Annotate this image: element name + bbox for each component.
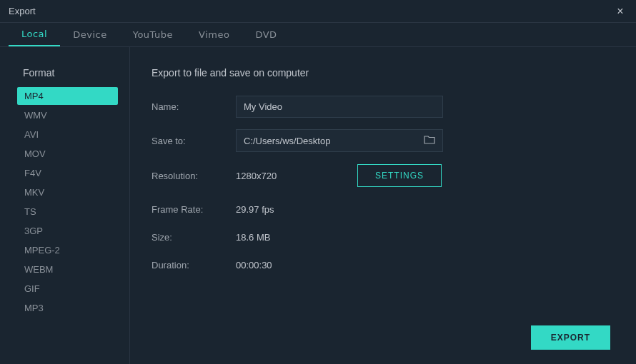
format-item-mp3[interactable]: MP3 xyxy=(17,299,118,317)
format-item-f4v[interactable]: F4V xyxy=(17,164,118,182)
window-title: Export xyxy=(9,6,36,16)
resolution-value: 1280x720 xyxy=(236,171,357,181)
settings-button[interactable]: SETTINGS xyxy=(357,164,442,187)
resolution-label: Resolution: xyxy=(151,171,236,181)
format-item-mkv[interactable]: MKV xyxy=(17,183,118,201)
tab-youtube[interactable]: YouTube xyxy=(120,23,186,46)
size-label: Size: xyxy=(151,232,236,243)
duration-value: 00:00:30 xyxy=(236,260,357,271)
size-value: 18.6 MB xyxy=(236,232,357,243)
row-duration: Duration: 00:00:30 xyxy=(151,260,615,271)
tabs: Local Device YouTube Vimeo DVD xyxy=(0,23,636,47)
format-item-gif[interactable]: GIF xyxy=(17,280,118,298)
saveto-label: Save to: xyxy=(151,136,236,146)
name-label: Name: xyxy=(151,101,236,112)
folder-icon[interactable] xyxy=(424,135,435,146)
content: Format MP4 WMV AVI MOV F4V MKV TS 3GP MP… xyxy=(0,47,636,364)
format-item-mp4[interactable]: MP4 xyxy=(17,87,118,105)
main-panel: Export to file and save on computer Name… xyxy=(130,47,636,364)
row-name: Name: xyxy=(151,96,615,117)
row-resolution: Resolution: 1280x720 SETTINGS xyxy=(151,164,615,187)
row-size: Size: 18.6 MB xyxy=(151,232,615,243)
saveto-path-field[interactable]: C:/Users/ws/Desktop xyxy=(236,129,443,152)
format-item-avi[interactable]: AVI xyxy=(17,126,118,143)
titlebar: Export × xyxy=(0,0,636,23)
format-heading: Format xyxy=(17,67,118,79)
tab-dvd[interactable]: DVD xyxy=(242,23,289,46)
tab-vimeo[interactable]: Vimeo xyxy=(186,23,242,46)
name-input[interactable] xyxy=(236,96,443,118)
format-item-mpeg2[interactable]: MPEG-2 xyxy=(17,241,118,259)
format-item-wmv[interactable]: WMV xyxy=(17,106,118,124)
tab-device[interactable]: Device xyxy=(60,23,119,46)
format-list: MP4 WMV AVI MOV F4V MKV TS 3GP MPEG-2 WE… xyxy=(17,87,118,317)
framerate-value: 29.97 fps xyxy=(236,204,357,215)
row-saveto: Save to: C:/Users/ws/Desktop xyxy=(151,130,615,151)
tab-local[interactable]: Local xyxy=(9,23,60,46)
format-item-3gp[interactable]: 3GP xyxy=(17,222,118,240)
format-item-webm[interactable]: WEBM xyxy=(17,261,118,278)
saveto-path-text: C:/Users/ws/Desktop xyxy=(244,136,330,146)
format-item-ts[interactable]: TS xyxy=(17,203,118,221)
framerate-label: Frame Rate: xyxy=(151,204,236,215)
duration-label: Duration: xyxy=(151,260,236,271)
row-framerate: Frame Rate: 29.97 fps xyxy=(151,204,615,215)
close-icon[interactable]: × xyxy=(613,5,627,18)
format-sidebar: Format MP4 WMV AVI MOV F4V MKV TS 3GP MP… xyxy=(0,47,130,364)
format-item-mov[interactable]: MOV xyxy=(17,145,118,163)
page-title: Export to file and save on computer xyxy=(151,67,615,79)
export-button[interactable]: EXPORT xyxy=(531,325,610,350)
